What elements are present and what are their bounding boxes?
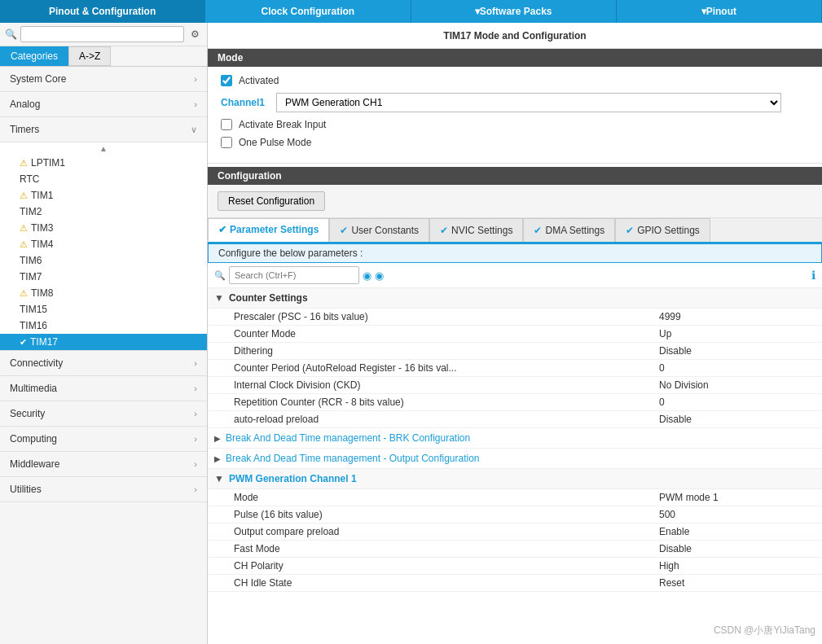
activated-label: Activated [239,75,279,86]
scroll-up-btn[interactable]: ▲ [0,142,207,155]
brk-config-group[interactable]: ▶ Break And Dead Time management - BRK C… [208,428,822,449]
timer-item-tim1[interactable]: ⚠ TIM1 [0,187,207,204]
timer-item-tim15[interactable]: TIM15 [0,301,207,318]
timer-sublist: ▲ ⚠ LPTIM1 RTC ⚠ TIM1 TIM2 ⚠ T [0,142,207,351]
reset-config-button[interactable]: Reset Configuration [218,191,325,211]
timer-item-tim8[interactable]: ⚠ TIM8 [0,285,207,301]
top-bar: Pinout & Configuration Clock Configurati… [0,0,822,23]
timer-item-tim17[interactable]: ✔ TIM17 [0,334,207,350]
info-icon[interactable]: ℹ [811,269,815,282]
tab-user-constants[interactable]: ✔ User Constants [329,218,429,242]
activate-break-label: Activate Break Input [239,119,326,130]
sidebar-search-bar: 🔍 ⚙ [0,23,207,46]
param-row-autoreload: auto-reload preload Disable [208,411,822,428]
sidebar-item-multimedia[interactable]: Multimedia › [0,376,207,401]
timer-item-tim4[interactable]: ⚠ TIM4 [0,236,207,252]
sidebar: 🔍 ⚙ Categories A->Z System Core › Analog… [0,23,208,644]
next-result-icon[interactable]: ◉ [375,269,384,282]
tab-software-packs[interactable]: ▾ Software Packs [411,0,617,23]
tab-pinout[interactable]: ▾ Pinout [617,0,822,23]
tab-pinout-config[interactable]: Pinout & Configuration [0,0,205,23]
watermark: CSDN @小唐YiJiaTang [714,624,815,637]
sidebar-content: System Core › Analog › Timers ∨ ▲ ⚠ LPTI [0,67,207,644]
tab-clock-config[interactable]: Clock Configuration [205,0,411,23]
param-row-pwm-pulse: Pulse (16 bits value) 500 [208,506,822,524]
param-row-pwm-mode: Mode PWM mode 1 [208,489,822,506]
mode-section: Activated Channel1 PWM Generation CH1 In… [208,67,822,164]
chevron-right-icon: › [194,74,197,84]
gear-icon[interactable]: ⚙ [187,27,202,42]
timer-item-tim6[interactable]: TIM6 [0,252,207,269]
counter-settings-group[interactable]: Counter Settings [208,288,822,309]
sidebar-item-timers[interactable]: Timers ∨ [0,117,207,142]
collapse-toggle [214,292,224,304]
param-row-repetition: Repetition Counter (RCR - 8 bits value) … [208,394,822,411]
sidebar-item-analog[interactable]: Analog › [0,92,207,117]
params-search-bar: 🔍 ◉ ◉ ℹ [208,263,822,288]
config-tabs: ✔ Parameter Settings ✔ User Constants ✔ … [208,218,822,243]
warning-icon: ⚠ [20,239,28,250]
one-pulse-label: One Pulse Mode [239,137,311,148]
params-search-input[interactable] [229,266,359,284]
expand-toggle: ▶ [214,434,221,443]
activated-row: Activated [221,75,809,86]
one-pulse-checkbox[interactable] [221,137,232,148]
chevron-right-icon: › [194,459,197,469]
timer-item-tim16[interactable]: TIM16 [0,318,207,334]
chevron-down-icon: ∨ [191,125,197,135]
pwm-channel1-group[interactable]: ▼ PWM Generation Channel 1 [208,469,822,489]
tab-gpio-settings[interactable]: ✔ GPIO Settings [615,218,710,242]
param-row-dithering: Dithering Disable [208,343,822,360]
channel1-row: Channel1 PWM Generation CH1 Input Captur… [221,93,809,112]
sidebar-item-utilities[interactable]: Utilities › [0,477,207,502]
collapse-toggle: ▼ [214,473,224,484]
chevron-right-icon: › [194,484,197,494]
one-pulse-row: One Pulse Mode [221,137,809,148]
sidebar-item-connectivity[interactable]: Connectivity › [0,351,207,376]
config-toolbar: Reset Configuration [208,185,822,218]
tab-parameter-settings[interactable]: ✔ Parameter Settings [208,218,329,242]
warning-icon: ⚠ [20,191,28,201]
channel-select[interactable]: PWM Generation CH1 Input Capture direct … [276,93,781,112]
timer-item-lptim1[interactable]: ⚠ LPTIM1 [0,155,207,171]
check-icon: ✔ [20,337,27,348]
sidebar-item-computing[interactable]: Computing › [0,427,207,452]
expand-toggle: ▶ [214,454,221,463]
panel-title: TIM17 Mode and Configuration [208,23,822,49]
check-circle-icon: ✔ [218,224,226,235]
timer-item-tim3[interactable]: ⚠ TIM3 [0,220,207,236]
tab-a-to-z[interactable]: A->Z [68,46,111,66]
warning-icon: ⚠ [20,158,28,169]
activate-break-row: Activate Break Input [221,119,809,130]
chevron-right-icon: › [194,434,197,444]
tab-dma-settings[interactable]: ✔ DMA Settings [523,218,615,242]
param-row-prescaler: Prescaler (PSC - 16 bits value) 4999 [208,309,822,326]
params-hint: Configure the below parameters : [208,243,822,263]
sidebar-search-input[interactable] [20,26,184,42]
activated-checkbox[interactable] [221,75,232,86]
activate-break-checkbox[interactable] [221,119,232,130]
param-row-output-compare: Output compare preload Enable [208,524,822,541]
sidebar-item-system-core[interactable]: System Core › [0,67,207,92]
search-icon: 🔍 [5,28,17,40]
param-row-fast-mode: Fast Mode Disable [208,541,822,558]
check-circle-icon: ✔ [626,225,634,236]
sidebar-tabs: Categories A->Z [0,46,207,67]
tab-nvic-settings[interactable]: ✔ NVIC Settings [429,218,523,242]
timer-item-rtc[interactable]: RTC [0,171,207,187]
param-row-counter-period: Counter Period (AutoReload Register - 16… [208,360,822,377]
prev-result-icon[interactable]: ◉ [363,269,371,282]
config-header: Configuration [208,167,822,185]
timer-item-tim7[interactable]: TIM7 [0,269,207,285]
check-circle-icon: ✔ [440,225,448,236]
timer-item-tim2[interactable]: TIM2 [0,204,207,220]
sidebar-item-middleware[interactable]: Middleware › [0,452,207,477]
warning-icon: ⚠ [20,223,28,234]
sidebar-item-security[interactable]: Security › [0,401,207,427]
chevron-right-icon: › [194,99,197,109]
param-row-ch-polarity: CH Polarity High [208,558,822,575]
tab-categories[interactable]: Categories [0,46,68,66]
brk-output-group[interactable]: ▶ Break And Dead Time management - Outpu… [208,449,822,469]
mode-header: Mode [208,49,822,67]
params-area: Configure the below parameters : 🔍 ◉ ◉ ℹ… [208,243,822,644]
